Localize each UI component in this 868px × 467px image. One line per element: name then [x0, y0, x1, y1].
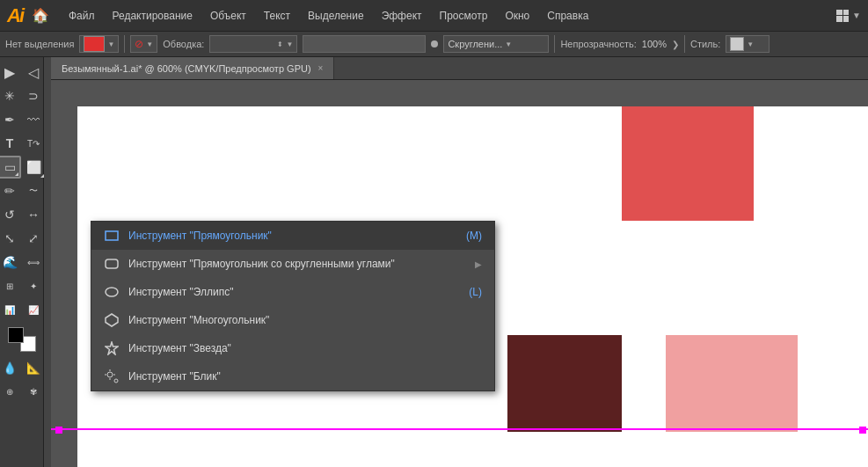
- rectangle-tool-item[interactable]: Инструмент "Прямоугольник" (M): [91, 222, 494, 250]
- width-tool[interactable]: ⟺: [22, 251, 45, 274]
- svg-point-5: [107, 372, 113, 377]
- measure-tool[interactable]: 📐: [22, 356, 45, 379]
- tool-row-10: ⊞ ✦: [0, 274, 45, 297]
- tool-row-2: ✳ ⊃: [0, 84, 45, 107]
- main-area: ▶ ◁ ✳ ⊃ ✒ 〰 T T↷ ▭ ⬜ ✏ 〜: [0, 57, 868, 467]
- opacity-label: Непрозрачность:: [560, 39, 636, 49]
- pen-tool[interactable]: ✒: [0, 108, 21, 131]
- style-swatch: [730, 37, 744, 51]
- dot-separator: [431, 40, 438, 47]
- direct-selection-tool[interactable]: ◁: [22, 61, 45, 84]
- tool-row-11: 📊 📈: [0, 298, 45, 321]
- selection-label: Нет выделения: [5, 39, 74, 49]
- rounded-rectangle-submenu-arrow: ▶: [475, 259, 482, 269]
- menu-window[interactable]: Окно: [498, 6, 536, 26]
- warp-tool[interactable]: 🌊: [0, 251, 21, 274]
- variable-dropdown[interactable]: [303, 35, 426, 53]
- fill-dropdown-arrow: ▼: [107, 40, 114, 48]
- type-on-path-tool[interactable]: T↷: [22, 132, 45, 155]
- magic-wand-tool[interactable]: ✳: [0, 84, 21, 107]
- shaper-icon: ⬜: [26, 160, 41, 174]
- rectangle-tool-label: Инструмент "Прямоугольник": [128, 230, 272, 242]
- svg-point-10: [114, 379, 118, 383]
- svg-rect-0: [106, 231, 118, 240]
- pencil-tool[interactable]: ✏: [0, 179, 21, 202]
- flare-tool-item[interactable]: Инструмент "Блик": [91, 362, 494, 390]
- rounded-rectangle-tool-label: Инструмент "Прямоугольник со скругленным…: [128, 258, 395, 270]
- corner-arrow: ▼: [505, 40, 512, 48]
- shape-tool-submenu: Инструмент "Прямоугольник" (M) Инструмен…: [91, 221, 495, 391]
- stroke-mode-arrow: ▼: [146, 40, 153, 48]
- menu-help[interactable]: Справка: [540, 6, 595, 26]
- shape-pink-rectangle[interactable]: [666, 335, 798, 432]
- rounded-rectangle-tool-item[interactable]: Инструмент "Прямоугольник со скругленным…: [91, 250, 494, 278]
- polygon-tool-icon: [104, 312, 120, 328]
- polygon-tool-item[interactable]: Инструмент "Многоугольник": [91, 306, 494, 334]
- stroke-value-dropdown[interactable]: ⬍ ▼: [209, 35, 297, 53]
- style-dropdown[interactable]: ▼: [726, 35, 770, 53]
- svg-point-2: [106, 288, 118, 296]
- free-transform-tool[interactable]: ⊞: [0, 274, 21, 297]
- left-mini-scrollbar: [44, 57, 51, 467]
- foreground-color-swatch[interactable]: [8, 327, 24, 343]
- tab-title: Безымянный-1.ai* @ 600% (CMYK/Предпросмо…: [62, 63, 311, 74]
- reflect-tool[interactable]: ↔: [22, 203, 45, 226]
- blend-tool[interactable]: ⊕: [0, 380, 21, 403]
- smooth-tool[interactable]: 〜: [22, 179, 45, 202]
- canvas-area[interactable]: Безымянный-1.ai* @ 600% (CMYK/Предпросмо…: [51, 57, 868, 467]
- ellipse-tool-shortcut: (L): [469, 286, 482, 298]
- selection-handle-right[interactable]: [859, 427, 866, 434]
- reshape-tool[interactable]: ⤢: [22, 227, 45, 250]
- shape-red-rectangle[interactable]: [622, 106, 754, 221]
- graph-tool[interactable]: 📊: [0, 298, 21, 321]
- document-tab[interactable]: Безымянный-1.ai* @ 600% (CMYK/Предпросмо…: [51, 57, 334, 79]
- menu-text[interactable]: Текст: [257, 6, 297, 26]
- column-graph-tool[interactable]: 📈: [22, 298, 45, 321]
- tool-row-9: 🌊 ⟺: [0, 251, 45, 274]
- fill-color-dropdown[interactable]: ▼: [79, 35, 119, 53]
- tool-row-blend: ⊕ ✾: [0, 380, 45, 403]
- ellipse-tool-item[interactable]: Инструмент "Эллипс" (L): [91, 278, 494, 306]
- shaper-tool[interactable]: ⬜: [22, 156, 45, 179]
- menu-edit[interactable]: Редактирование: [106, 6, 200, 26]
- curvature-tool[interactable]: 〰: [22, 108, 45, 131]
- tool-row-5: ▭ ⬜: [0, 156, 45, 179]
- selection-handle-left[interactable]: [55, 427, 62, 434]
- svg-marker-4: [106, 342, 118, 354]
- menu-view[interactable]: Просмотр: [433, 6, 495, 26]
- selection-tool[interactable]: ▶: [0, 61, 21, 84]
- tool-row-3: ✒ 〰: [0, 108, 45, 131]
- ellipse-tool-label: Инструмент "Эллипс": [128, 286, 233, 298]
- menu-select[interactable]: Выделение: [301, 6, 371, 26]
- eyedropper-tool[interactable]: 💧: [0, 356, 21, 379]
- tab-close-button[interactable]: ×: [318, 63, 324, 73]
- tool-row-1: ▶ ◁: [0, 61, 45, 84]
- tool-row-4: T T↷: [0, 132, 45, 155]
- star-tool-item[interactable]: Инструмент "Звезда": [91, 334, 494, 362]
- menu-object[interactable]: Объект: [203, 6, 253, 26]
- menu-effect[interactable]: Эффект: [375, 6, 429, 26]
- workspace-dropdown-arrow[interactable]: ▼: [852, 11, 861, 20]
- puppet-warp-tool[interactable]: ✦: [22, 274, 45, 297]
- svg-rect-1: [106, 259, 118, 268]
- home-icon[interactable]: 🏠: [32, 7, 49, 24]
- rectangle-tool-icon: [104, 228, 120, 244]
- canvas-content: Инструмент "Прямоугольник" (M) Инструмен…: [51, 80, 868, 467]
- stroke-mode-dropdown[interactable]: ⊘ ▼: [130, 35, 157, 53]
- selection-line: [51, 428, 868, 430]
- type-tool[interactable]: T: [0, 132, 21, 155]
- corner-dropdown[interactable]: Скруглени... ▼: [443, 35, 549, 53]
- lasso-tool[interactable]: ⊃: [22, 84, 45, 107]
- menu-bar: Ai 🏠 Файл Редактирование Объект Текст Вы…: [0, 0, 868, 31]
- menu-file[interactable]: Файл: [62, 6, 102, 26]
- symbol-sprayer-tool[interactable]: ✾: [22, 380, 45, 403]
- shaper-submenu-arrow: [40, 174, 44, 178]
- shape-dark-rectangle[interactable]: [507, 335, 622, 432]
- workspace-switcher-icon[interactable]: [836, 10, 849, 22]
- rotate-tool[interactable]: ↺: [0, 203, 21, 226]
- rounded-rectangle-tool-icon: [104, 256, 120, 272]
- rectangle-tool[interactable]: ▭: [0, 156, 21, 179]
- opacity-value: 100%: [642, 39, 667, 49]
- scale-tool[interactable]: ⤡: [0, 227, 21, 250]
- opacity-chevron[interactable]: ❯: [672, 40, 679, 49]
